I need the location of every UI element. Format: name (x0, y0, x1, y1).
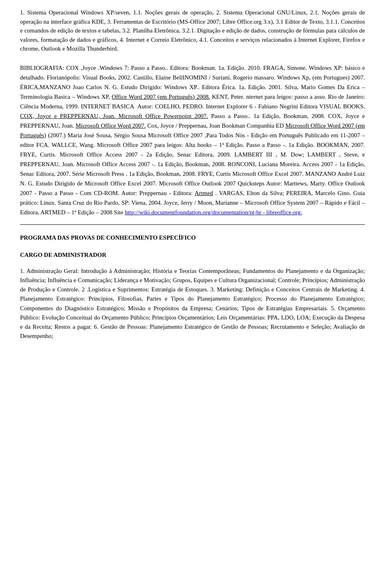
programa-title: PROGRAMA DAS PROVAS DE CONHECIMENTO ESPE… (20, 234, 365, 241)
intro-paragraph: 1. Sistema Operacional Windows XP/seven,… (20, 8, 365, 53)
item-1-content: 1. Administração Geral: Introdução à Adm… (20, 267, 365, 341)
bibliography-label: BIBLIOGRAFIA: (20, 65, 64, 71)
bibliography-section: BIBLIOGRAFIA: COX ,Joyce .Windows 7: Pas… (20, 63, 365, 217)
bibliography-main-text: COX ,Joyce .Windows 7: Passo a Passo.. E… (20, 65, 365, 216)
libreoffice-link[interactable]: http://wiki.documentfoundation.org/docum… (125, 209, 302, 216)
section-divider (20, 224, 365, 225)
cargo-title: CARGO DE ADMINISTRADOR (20, 252, 365, 258)
